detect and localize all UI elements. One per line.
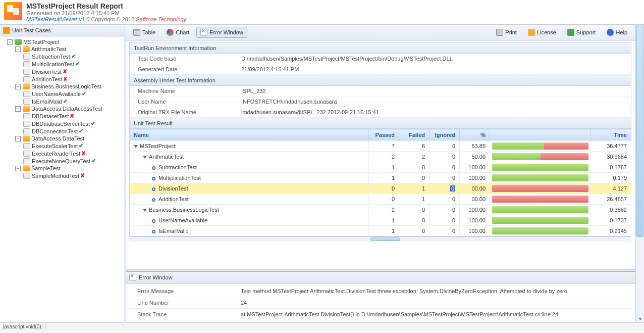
tree-node[interactable]: ExecuteReaderTest✘: [23, 150, 124, 157]
col-time[interactable]: Time: [591, 129, 631, 141]
pass-icon: ✔: [91, 120, 95, 127]
test-icon: [23, 54, 30, 60]
scroll-down-icon[interactable]: ▾: [636, 314, 643, 322]
cell-failed: 6: [399, 141, 430, 152]
cell-failed: 0: [399, 215, 430, 226]
table-row[interactable]: ArithmaticTest22050.0030.9684: [130, 152, 631, 162]
tree-body[interactable]: −MSTestProject−ArithmaticTestSubtraction…: [0, 36, 125, 322]
cell-failed: 0: [399, 205, 430, 215]
col-passed[interactable]: Passed: [369, 129, 399, 141]
collapse-icon[interactable]: −: [15, 106, 21, 112]
cell-ignored: 0: [430, 173, 460, 183]
tree-node[interactable]: −DataAccess.DataAccessTest: [15, 105, 124, 112]
chart-button[interactable]: Chart: [163, 27, 193, 38]
trx-value: imdadhusen.sunasara@ISPL_232 2012-09-21 …: [241, 109, 623, 115]
bar-pass: [492, 142, 544, 150]
collapse-icon[interactable]: −: [15, 46, 21, 52]
table-row[interactable]: SubtractionTest100100.000.1767: [130, 162, 631, 173]
tree-label: ExecuteNoneQueryTest: [32, 158, 90, 164]
class-icon: [23, 46, 30, 52]
col-name[interactable]: Name: [130, 129, 369, 141]
tree-node[interactable]: IsEmailValid✔: [23, 98, 124, 105]
test-icon: [23, 151, 30, 157]
bar-fail: [492, 196, 588, 203]
company-link[interactable]: Saffroze Technology: [136, 16, 186, 22]
print-button[interactable]: Print: [492, 27, 521, 38]
user-label: User Name: [138, 99, 241, 105]
tree-node[interactable]: UserNameAvailable✔: [23, 90, 124, 98]
cell-bar: [490, 152, 591, 162]
fail-icon: ✘: [63, 76, 68, 82]
tree-node[interactable]: AdditionTest✘: [23, 75, 124, 83]
tree-label: UserNameAvailable: [32, 91, 81, 97]
tree-node[interactable]: ExecuteScalerTest✔: [23, 142, 124, 150]
tree-node[interactable]: −Business.BusinessLogicTest: [15, 83, 124, 90]
collapse-icon[interactable]: −: [15, 166, 21, 171]
tree-title-icon: [3, 27, 10, 34]
scroll-thumb[interactable]: [636, 25, 643, 237]
table-row[interactable]: IsEmailValid100100.000.2145: [130, 226, 631, 236]
tree-node[interactable]: SubtractionTest✔: [23, 53, 124, 60]
vertical-scrollbar[interactable]: ▴ ▾: [635, 25, 644, 322]
tree-node[interactable]: DBConnectionTest✔: [23, 127, 124, 135]
page-header: MSTestProject Result Report Generated on…: [0, 0, 644, 25]
test-icon: [23, 91, 30, 97]
pass-icon: ✔: [71, 53, 76, 60]
table-row[interactable]: MSTestProject76053.8536.4777: [130, 141, 631, 152]
table-row[interactable]: Business.BusinessLogicTest200100.000.388…: [130, 205, 631, 215]
bullet-icon: [152, 187, 155, 191]
tree-label: MSTestProject: [23, 39, 59, 45]
h-scroll-thumb[interactable]: [370, 237, 401, 241]
col-pct[interactable]: %: [460, 129, 490, 141]
tree-node[interactable]: −MSTestProject: [7, 38, 124, 45]
error-window-button[interactable]: Error Window: [196, 27, 247, 38]
status-text: javascript:void(0);: [3, 324, 46, 329]
expand-icon[interactable]: [134, 145, 138, 148]
tree-node[interactable]: SampleMethodTest✘: [23, 172, 124, 179]
pass-icon: ✔: [79, 142, 83, 149]
cell-failed: 1: [399, 183, 430, 194]
table-row[interactable]: MultiplicationTest100100.000.179: [130, 173, 631, 183]
cell-failed: 2: [399, 152, 430, 162]
tree-label: DBDatasetTest: [32, 113, 69, 119]
tree-node[interactable]: −SampleTest: [15, 165, 124, 172]
support-button[interactable]: Support: [563, 27, 600, 38]
tree-node[interactable]: DivisionTest✘: [23, 68, 124, 75]
tree-label: DivisionTest: [32, 69, 62, 75]
tree-node[interactable]: −DataAccess.DataTest: [15, 135, 124, 142]
collapse-icon[interactable]: −: [7, 39, 13, 45]
expand-icon[interactable]: [143, 156, 147, 159]
cell-ignored: 0: [430, 205, 460, 215]
tree-node[interactable]: ExecuteNoneQueryTest✔: [23, 157, 124, 165]
table-icon: [133, 29, 140, 36]
collapse-icon[interactable]: −: [15, 136, 21, 141]
tree-node[interactable]: DBDatabaseServerTest✔: [23, 120, 124, 127]
table-button[interactable]: Table: [129, 27, 159, 38]
table-row[interactable]: DivisionTest01000.004.127: [130, 183, 631, 194]
class-icon: [23, 135, 30, 141]
tree-node[interactable]: MultiplicationTest✔: [23, 60, 124, 68]
cell-ignored: 0: [430, 226, 460, 236]
col-bar: [490, 129, 591, 141]
main-content: TestRun Environment Information Test Cod…: [125, 40, 635, 269]
bar-fail: [541, 153, 589, 160]
cell-passed: 7: [369, 141, 399, 152]
result-section-header: Unit Test Result: [129, 118, 631, 129]
tree-label: DBDatabaseServerTest: [32, 121, 90, 127]
table-row[interactable]: AdditionTest01000.0026.4857: [130, 194, 631, 205]
tree-node[interactable]: DBDatasetTest✘: [23, 112, 124, 120]
viewer-link[interactable]: MSTestResultViewer v1.0: [26, 16, 89, 22]
tree-node[interactable]: −ArithmaticTest: [15, 45, 124, 53]
cell-pct: 100.00: [460, 205, 490, 215]
collapse-icon[interactable]: −: [15, 84, 21, 89]
col-ignored[interactable]: Ignored: [430, 129, 460, 141]
expand-icon[interactable]: [143, 209, 147, 212]
license-button[interactable]: License: [524, 27, 560, 38]
help-button[interactable]: Help: [603, 27, 631, 38]
table-row[interactable]: UserNameAvailable100100.000.1737: [130, 215, 631, 226]
vertical-splitter[interactable]: [124, 31, 126, 323]
col-failed[interactable]: Failed: [399, 129, 430, 141]
horizontal-scrollbar[interactable]: [129, 236, 631, 242]
tree-label: SubtractionTest: [32, 54, 70, 60]
test-icon: [23, 61, 30, 67]
